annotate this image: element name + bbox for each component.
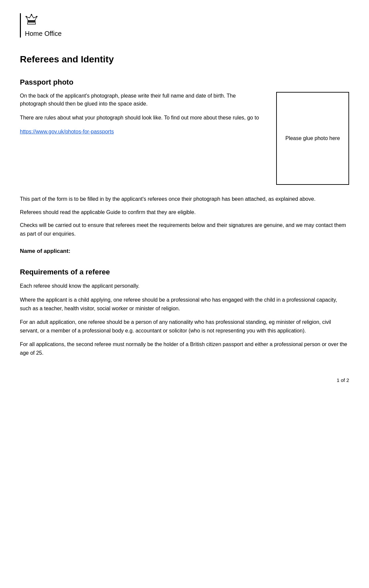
passport-photo-link-para: https://www.gov.uk/photos-for-passports bbox=[20, 128, 263, 136]
svg-point-3 bbox=[31, 14, 32, 15]
page-title: Referees and Identity bbox=[20, 54, 349, 65]
page-number: 1 of 2 bbox=[20, 377, 349, 383]
photo-box: Please glue photo here bbox=[276, 92, 349, 185]
passport-photo-content: On the back of the applicant's photograp… bbox=[20, 92, 349, 185]
requirements-para1: Each referee should know the applicant p… bbox=[20, 282, 349, 290]
crown-icon bbox=[25, 13, 38, 29]
svg-point-4 bbox=[36, 16, 37, 17]
passport-photo-para1: On the back of the applicant's photograp… bbox=[20, 92, 263, 108]
intro-para2: Referees should read the applicable Guid… bbox=[20, 208, 349, 217]
passport-photo-text: On the back of the applicant's photograp… bbox=[20, 92, 263, 142]
requirements-para3: For an adult application, one referee sh… bbox=[20, 318, 349, 335]
passport-photo-section: Passport photo On the back of the applic… bbox=[20, 78, 349, 185]
svg-rect-2 bbox=[28, 23, 35, 24]
requirements-para2: Where the applicant is a child applying,… bbox=[20, 296, 349, 313]
passport-photo-link[interactable]: https://www.gov.uk/photos-for-passports bbox=[20, 129, 114, 134]
intro-para3: Checks will be carried out to ensure tha… bbox=[20, 221, 349, 238]
passport-photo-heading: Passport photo bbox=[20, 78, 349, 87]
svg-marker-0 bbox=[26, 15, 37, 21]
requirements-para4: For all applications, the second referee… bbox=[20, 340, 349, 357]
page-header: Home Office bbox=[20, 13, 349, 37]
org-name: Home Office bbox=[25, 30, 62, 37]
svg-rect-1 bbox=[28, 21, 35, 22]
intro-text-block: This part of the form is to be filled in… bbox=[20, 195, 349, 238]
requirements-heading: Requirements of a referee bbox=[20, 268, 349, 276]
home-office-logo: Home Office bbox=[25, 13, 62, 37]
photo-box-label: Please glue photo here bbox=[285, 134, 340, 142]
passport-photo-para2: There are rules about what your photogra… bbox=[20, 114, 263, 122]
svg-point-5 bbox=[26, 16, 27, 17]
name-of-applicant-label: Name of applicant: bbox=[20, 248, 349, 255]
requirements-section: Requirements of a referee Each referee s… bbox=[20, 268, 349, 357]
intro-para1: This part of the form is to be filled in… bbox=[20, 195, 349, 203]
